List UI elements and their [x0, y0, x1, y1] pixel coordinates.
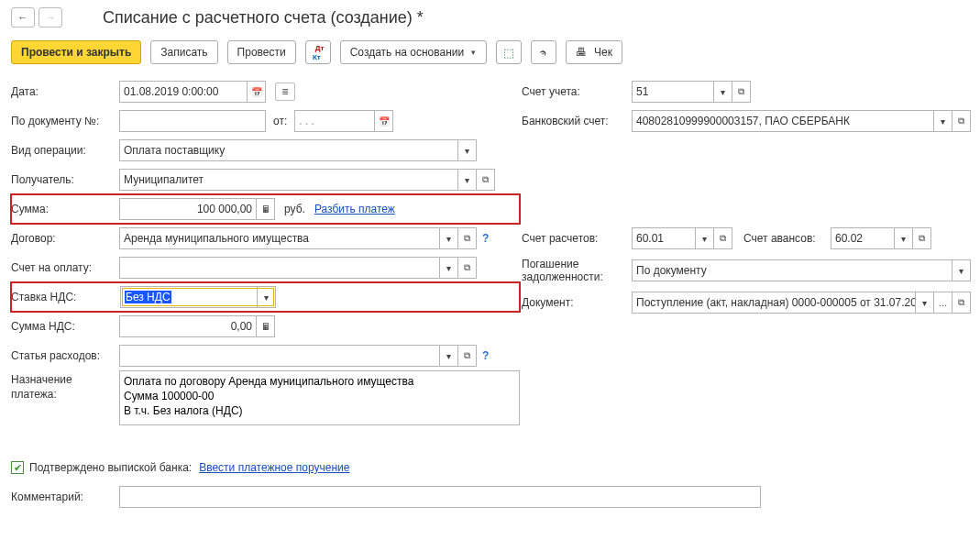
comment-input[interactable]: [119, 486, 761, 508]
toolbar: Провести и закрыть Записать Провести Дт …: [11, 40, 969, 64]
adv-acc-label: Счет авансов:: [743, 232, 831, 245]
vat-sum-label: Сумма НДС:: [11, 320, 119, 333]
payee-label: Получатель:: [11, 173, 119, 186]
expense-item-input[interactable]: [119, 345, 440, 367]
confirmed-checkbox[interactable]: ✔: [11, 461, 24, 474]
open-icon[interactable]: ⧉: [732, 81, 751, 103]
open-icon[interactable]: ⧉: [952, 110, 971, 132]
op-type-label: Вид операции:: [11, 144, 119, 157]
chevron-down-icon[interactable]: ▾: [714, 81, 732, 103]
paperclip-icon: 𝄐: [538, 45, 550, 60]
invoice-label: Счет на оплату:: [11, 261, 119, 274]
open-icon[interactable]: ⧉: [913, 227, 931, 249]
confirmed-label: Подтверждено выпиской банка:: [29, 461, 192, 474]
doc-from-label: от:: [273, 115, 287, 127]
open-icon[interactable]: ⧉: [458, 227, 477, 249]
help-icon[interactable]: ?: [482, 232, 489, 245]
account-input[interactable]: 51: [632, 81, 714, 103]
chevron-down-icon[interactable]: ▾: [440, 345, 458, 367]
post-button[interactable]: Провести: [227, 40, 296, 64]
dtkt-icon: Дт Кт: [315, 45, 321, 60]
nav-fwd-button[interactable]: →: [39, 7, 62, 28]
purpose-textarea[interactable]: [119, 370, 520, 425]
comment-label: Комментарий:: [11, 490, 119, 503]
vat-rate-label: Ставка НДС:: [11, 291, 119, 303]
post-and-close-button[interactable]: Провести и закрыть: [11, 40, 141, 64]
page-title: Списание с расчетного счета (создание) *: [103, 8, 424, 28]
debt-repay-label: Погашениезадолженности:: [522, 258, 632, 284]
chevron-down-icon[interactable]: ▾: [458, 169, 477, 191]
structure-button[interactable]: ⬚: [496, 40, 522, 64]
doc-no-label: По документу №:: [11, 115, 119, 127]
contract-input[interactable]: Аренда муниципального имущества: [119, 227, 440, 249]
sum-input[interactable]: 100 000,00: [119, 198, 257, 220]
calendar-icon[interactable]: 📅: [375, 110, 393, 132]
settl-acc-input[interactable]: 60.01: [632, 227, 696, 249]
open-icon[interactable]: ⧉: [458, 257, 477, 279]
date-label: Дата:: [11, 85, 119, 98]
printer-icon: 🖶: [576, 46, 587, 59]
chevron-down-icon[interactable]: ▾: [440, 257, 458, 279]
rub-label: руб.: [284, 203, 305, 215]
contract-label: Договор:: [11, 232, 119, 245]
doc-from-input[interactable]: . . .: [294, 110, 375, 132]
bank-acc-label: Банковский счет:: [522, 115, 632, 127]
document-input[interactable]: Поступление (акт, накладная) 0000-000005…: [632, 292, 916, 314]
help-icon[interactable]: ?: [482, 349, 489, 362]
chevron-down-icon[interactable]: ▾: [258, 286, 276, 308]
account-label: Счет учета:: [522, 85, 632, 98]
chevron-down-icon[interactable]: ▾: [440, 227, 458, 249]
enter-payment-order-link[interactable]: Ввести платежное поручение: [199, 461, 349, 474]
split-payment-link[interactable]: Разбить платеж: [314, 203, 395, 215]
document-label: Документ:: [522, 296, 632, 309]
save-button[interactable]: Записать: [150, 40, 217, 64]
chevron-down-icon[interactable]: ▾: [952, 259, 971, 281]
chevron-down-icon[interactable]: ▾: [934, 110, 952, 132]
bank-acc-input[interactable]: 40802810999900003157, ПАО СБЕРБАНК: [632, 110, 934, 132]
dtkt-button[interactable]: Дт Кт: [305, 40, 331, 64]
open-icon[interactable]: ⧉: [714, 227, 732, 249]
more-icon[interactable]: …: [934, 292, 952, 314]
vat-rate-select[interactable]: Без НДС: [120, 286, 258, 308]
cheque-button[interactable]: 🖶 Чек: [566, 40, 622, 64]
open-icon[interactable]: ⧉: [952, 292, 971, 314]
date-input[interactable]: 01.08.2019 0:00:00: [119, 81, 248, 103]
calendar-icon[interactable]: 📅: [248, 81, 266, 103]
open-icon[interactable]: ⧉: [477, 169, 495, 191]
adv-acc-input[interactable]: 60.02: [831, 227, 895, 249]
tree-icon: ⬚: [503, 46, 514, 60]
chevron-down-icon[interactable]: ▾: [895, 227, 913, 249]
doc-no-input[interactable]: [119, 110, 266, 132]
calculator-icon[interactable]: 🖩: [257, 198, 275, 220]
expense-item-label: Статья расходов:: [11, 349, 119, 362]
chevron-down-icon: ▼: [469, 49, 477, 57]
settl-acc-label: Счет расчетов:: [522, 232, 632, 245]
calculator-icon[interactable]: 🖩: [257, 315, 275, 337]
chevron-down-icon[interactable]: ▾: [696, 227, 714, 249]
chevron-down-icon[interactable]: ▾: [916, 292, 934, 314]
nav-back-button[interactable]: ←: [11, 7, 35, 28]
sum-label: Сумма:: [11, 203, 119, 215]
open-icon[interactable]: ⧉: [458, 345, 477, 367]
create-based-on-button[interactable]: Создать на основании▼: [340, 40, 487, 64]
chevron-down-icon[interactable]: ▾: [458, 139, 477, 161]
payee-input[interactable]: Муниципалитет: [119, 169, 458, 191]
invoice-input[interactable]: [119, 257, 440, 279]
vat-sum-input[interactable]: 0,00: [119, 315, 257, 337]
purpose-label: Назначение платежа:: [11, 370, 119, 402]
attach-button[interactable]: 𝄐: [531, 40, 556, 64]
op-type-select[interactable]: Оплата поставщику: [119, 139, 458, 161]
form-settings-icon[interactable]: ≡: [275, 83, 295, 101]
debt-repay-select[interactable]: По документу: [632, 259, 952, 281]
